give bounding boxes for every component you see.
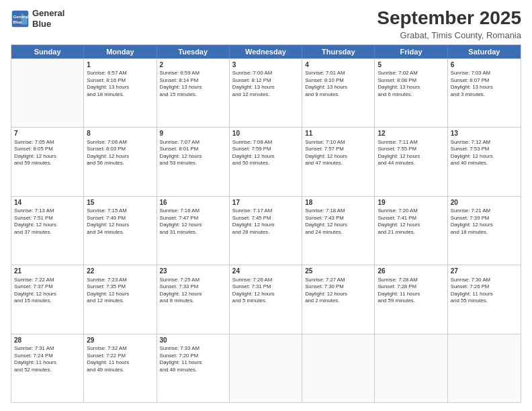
info-line: Sunset: 7:31 PM [232, 283, 299, 291]
info-line: Sunrise: 7:20 AM [378, 208, 444, 215]
weekday-header: Friday [375, 45, 447, 58]
info-line: Daylight: 12 hours [232, 153, 299, 161]
calendar-cell: 2Sunrise: 6:59 AMSunset: 8:14 PMDaylight… [157, 59, 230, 127]
info-line: and 59 minutes. [378, 298, 444, 305]
calendar-cell: 26Sunrise: 7:28 AMSunset: 7:28 PMDayligh… [375, 265, 447, 333]
info-line: Sunset: 7:39 PM [451, 215, 518, 222]
day-number: 3 [232, 60, 299, 70]
logo-text: General Blue [32, 8, 64, 29]
info-line: Sunset: 7:55 PM [378, 146, 444, 153]
info-line: Daylight: 12 hours [14, 222, 81, 229]
info-line: Daylight: 12 hours [14, 153, 81, 161]
info-line: Sunset: 7:51 PM [14, 215, 81, 222]
info-line: Daylight: 12 hours [232, 291, 299, 298]
calendar-cell [11, 59, 84, 127]
calendar-cell: 10Sunrise: 7:08 AMSunset: 7:59 PMDayligh… [230, 128, 302, 195]
info-line: Sunrise: 7:02 AM [378, 70, 444, 77]
info-line: Sunset: 7:33 PM [160, 283, 226, 291]
info-line: Daylight: 11 hours [87, 359, 153, 367]
calendar-cell: 30Sunrise: 7:33 AMSunset: 7:20 PMDayligh… [157, 334, 230, 402]
info-line: Sunset: 7:24 PM [14, 353, 81, 360]
info-line: Daylight: 12 hours [305, 153, 371, 161]
info-line: Sunset: 8:05 PM [14, 146, 81, 153]
svg-text:General: General [13, 14, 29, 19]
svg-text:Blue: Blue [13, 19, 23, 24]
info-line: Sunset: 7:30 PM [305, 283, 371, 291]
info-line: and 12 minutes. [87, 298, 153, 305]
info-line: Sunrise: 7:12 AM [451, 139, 518, 146]
info-line: Sunset: 8:01 PM [160, 146, 226, 153]
info-line: Daylight: 12 hours [14, 291, 81, 298]
day-number: 8 [87, 129, 153, 138]
calendar-cell: 19Sunrise: 7:20 AMSunset: 7:41 PMDayligh… [375, 197, 447, 265]
info-line: Sunrise: 6:59 AM [160, 70, 226, 77]
calendar-cell: 27Sunrise: 7:30 AMSunset: 7:26 PMDayligh… [448, 265, 521, 333]
weekday-header: Wednesday [230, 45, 302, 58]
info-line: Sunrise: 7:10 AM [305, 139, 371, 146]
calendar-row: 14Sunrise: 7:13 AMSunset: 7:51 PMDayligh… [11, 196, 521, 265]
info-line: and 50 minutes. [232, 160, 299, 167]
day-number: 14 [14, 198, 81, 208]
day-number: 30 [160, 336, 226, 345]
calendar: SundayMondayTuesdayWednesdayThursdayFrid… [11, 44, 521, 403]
info-line: Sunrise: 7:21 AM [451, 208, 518, 215]
weekday-header: Sunday [11, 45, 84, 58]
weekday-header: Monday [84, 45, 157, 58]
info-line: Daylight: 11 hours [378, 291, 444, 298]
info-line: and 21 minutes. [378, 229, 444, 236]
calendar-cell: 17Sunrise: 7:17 AMSunset: 7:45 PMDayligh… [230, 197, 302, 265]
info-line: Sunrise: 7:33 AM [160, 345, 226, 353]
info-line: and 56 minutes. [87, 160, 153, 167]
info-line: Sunrise: 7:15 AM [87, 208, 153, 215]
info-line: Sunrise: 7:03 AM [451, 70, 518, 77]
info-line: Daylight: 12 hours [87, 153, 153, 161]
day-number: 5 [378, 60, 444, 70]
calendar-cell: 24Sunrise: 7:26 AMSunset: 7:31 PMDayligh… [230, 265, 302, 333]
info-line: Daylight: 12 hours [87, 222, 153, 229]
calendar-cell: 14Sunrise: 7:13 AMSunset: 7:51 PMDayligh… [11, 197, 84, 265]
info-line: Sunset: 7:37 PM [14, 283, 81, 291]
info-line: and 24 minutes. [305, 229, 371, 236]
info-line: Daylight: 12 hours [160, 291, 226, 298]
day-number: 21 [14, 267, 81, 276]
calendar-cell: 5Sunrise: 7:02 AMSunset: 8:08 PMDaylight… [375, 59, 447, 127]
weekday-header: Saturday [448, 45, 521, 58]
calendar-header-row: SundayMondayTuesdayWednesdayThursdayFrid… [11, 45, 521, 58]
day-number: 7 [14, 129, 81, 138]
day-number: 18 [305, 198, 371, 208]
calendar-cell: 15Sunrise: 7:15 AMSunset: 7:49 PMDayligh… [84, 197, 157, 265]
day-number: 28 [14, 336, 81, 345]
info-line: Daylight: 12 hours [451, 153, 518, 161]
info-line: and 2 minutes. [305, 298, 371, 305]
info-line: Daylight: 11 hours [14, 359, 81, 367]
info-line: and 44 minutes. [378, 160, 444, 167]
info-line: and 53 minutes. [160, 160, 226, 167]
info-line: Sunrise: 7:11 AM [378, 139, 444, 146]
info-line: and 28 minutes. [232, 229, 299, 236]
info-line: Sunset: 7:59 PM [232, 146, 299, 153]
info-line: Sunrise: 7:25 AM [160, 277, 226, 284]
info-line: Sunrise: 7:18 AM [305, 208, 371, 215]
info-line: and 40 minutes. [451, 160, 518, 167]
info-line: and 47 minutes. [305, 160, 371, 167]
calendar-row: 28Sunrise: 7:31 AMSunset: 7:24 PMDayligh… [11, 334, 521, 402]
calendar-cell: 1Sunrise: 6:57 AMSunset: 8:16 PMDaylight… [84, 59, 157, 127]
info-line: Sunrise: 7:28 AM [378, 277, 444, 284]
day-number: 16 [160, 198, 226, 208]
calendar-row: 21Sunrise: 7:22 AMSunset: 7:37 PMDayligh… [11, 265, 521, 333]
info-line: and 12 minutes. [232, 91, 299, 99]
info-line: Daylight: 12 hours [160, 222, 226, 229]
info-line: Sunrise: 7:27 AM [305, 277, 371, 284]
info-line: and 18 minutes. [87, 91, 153, 99]
day-number: 15 [87, 198, 153, 208]
calendar-cell: 25Sunrise: 7:27 AMSunset: 7:30 PMDayligh… [302, 265, 375, 333]
info-line: Daylight: 12 hours [160, 153, 226, 161]
calendar-cell [375, 334, 447, 402]
info-line: and 52 minutes. [14, 367, 81, 374]
info-line: Sunrise: 7:05 AM [14, 139, 81, 146]
info-line: Sunset: 8:12 PM [232, 77, 299, 85]
info-line: Daylight: 13 hours [87, 84, 153, 91]
info-line: and 15 minutes. [14, 298, 81, 305]
day-number: 22 [87, 267, 153, 276]
info-line: Sunset: 7:22 PM [87, 353, 153, 360]
